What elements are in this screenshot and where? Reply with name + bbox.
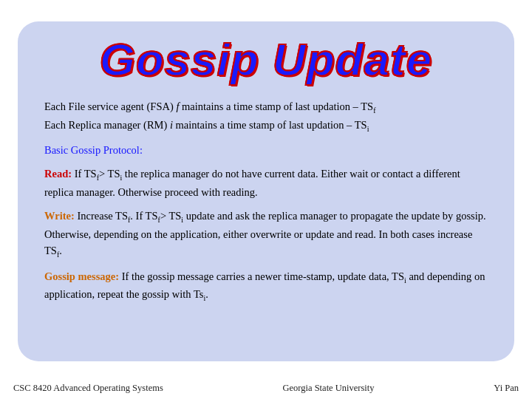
gossip-label: Gossip message: — [44, 270, 119, 282]
intro-lines: Each File service agent (FSA) f maintain… — [44, 98, 488, 134]
line2-text: Each Replica manager (RM) i maintains a … — [44, 119, 369, 131]
main-area: Gossip Update Each File service agent (F… — [0, 0, 532, 377]
basic-heading: Basic Gossip Protocol: — [44, 144, 143, 156]
read-content: If TSf> TSi the replica manager do not h… — [44, 168, 460, 197]
footer-left: CSC 8420 Advanced Operating Systems — [13, 383, 163, 394]
gossip-para: Gossip message: If the gossip message ca… — [44, 268, 488, 304]
footer-right: Yi Pan — [494, 383, 519, 394]
footer: CSC 8420 Advanced Operating Systems Geor… — [0, 377, 532, 399]
write-para: Write: Increase TSf. If TSf> TSi update … — [44, 208, 488, 260]
read-label: Read: — [44, 168, 72, 180]
title-area: Gossip Update — [44, 35, 488, 85]
write-label: Write: — [44, 210, 75, 222]
slide-box: Gossip Update Each File service agent (F… — [18, 21, 514, 361]
footer-center: Georgia State University — [283, 383, 375, 394]
slide-title: Gossip Update — [100, 34, 433, 85]
basic-heading-para: Basic Gossip Protocol: — [44, 142, 488, 158]
read-para: Read: If TSf> TSi the replica manager do… — [44, 166, 488, 200]
line1-text: Each File service agent (FSA) f maintain… — [44, 100, 375, 112]
content-body: Each File service agent (FSA) f maintain… — [44, 98, 488, 311]
write-content: Increase TSf. If TSf> TSi update and ask… — [44, 210, 486, 256]
